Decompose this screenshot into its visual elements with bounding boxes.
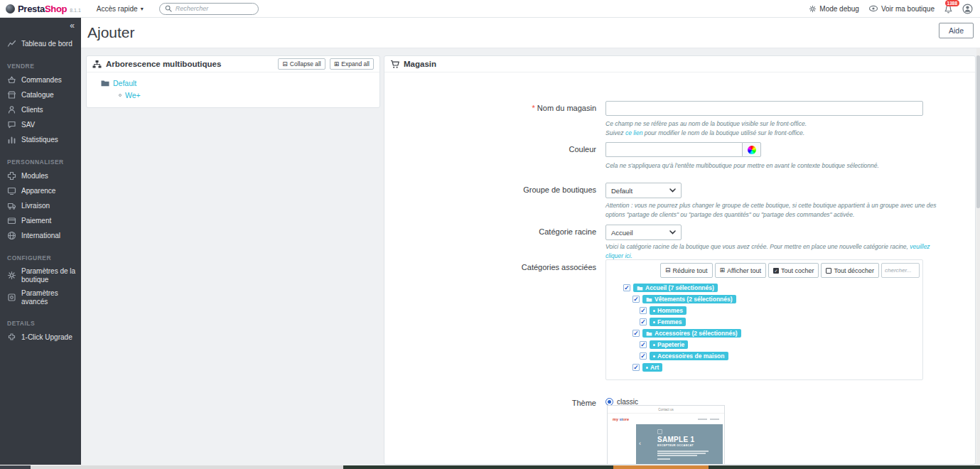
cart-icon <box>390 60 399 69</box>
categories-search-input[interactable] <box>881 263 920 278</box>
preview-hero-subtitle: EXCEPTEUR OCCAECAT <box>657 444 694 447</box>
bar-chart-icon <box>7 135 16 144</box>
shop-name-input[interactable] <box>605 101 923 116</box>
bullet-icon <box>653 344 655 346</box>
sidebar-item-parametres-boutique[interactable]: Paramètres de la boutique <box>0 264 81 286</box>
theme-label: Thème <box>384 399 596 407</box>
expand-all-button[interactable]: ⊞ Expand all <box>330 58 374 70</box>
prestashop-logo[interactable]: PrestaShop 8.1.1 <box>6 4 81 14</box>
preview-store-logo: my store <box>613 417 629 421</box>
shop-name-help: Ce champ ne se réfère pas au nom de la b… <box>605 119 932 138</box>
category-tree-item[interactable]: ✓ Hommes <box>640 306 922 315</box>
multistore-shop-link[interactable]: We+ <box>125 91 141 99</box>
collapse-all-button[interactable]: ⊟ Collapse all <box>278 58 325 70</box>
gear-icon <box>7 271 16 280</box>
preview-nav-links <box>698 419 719 420</box>
sidebar-item-sav[interactable]: SAV <box>0 117 81 132</box>
category-tree-item[interactable]: ✓ Femmes <box>640 318 922 326</box>
category-tree-item[interactable]: ✓ Art <box>632 363 922 372</box>
uncheck-all-button[interactable]: Tout décocher <box>821 263 879 278</box>
category-tree-item[interactable]: ✓ Papeterie <box>640 340 922 349</box>
checkbox-icon[interactable]: ✓ <box>632 330 640 337</box>
checkbox-icon[interactable]: ✓ <box>632 296 640 303</box>
profile-button[interactable] <box>962 4 973 14</box>
shop-group-label: Groupe de boutiques <box>384 185 596 194</box>
folder-icon <box>101 80 109 87</box>
checkbox-icon[interactable]: ✓ <box>640 352 647 360</box>
sidebar-section-personnaliser: PERSONNALISER <box>7 158 81 166</box>
bullet-icon <box>119 94 122 97</box>
unchecked-box-icon <box>826 268 831 274</box>
sidebar-item-modules[interactable]: Modules <box>0 168 81 183</box>
scrollbar-thumb[interactable] <box>976 55 980 208</box>
notifications-button[interactable]: 1388 <box>944 4 953 14</box>
sidebar-item-clients[interactable]: Clients <box>0 102 81 117</box>
search-input[interactable] <box>176 5 247 12</box>
dashboard-chart-icon <box>7 39 16 48</box>
sidebar-item-statistiques[interactable]: Statistiques <box>0 132 81 147</box>
shop-name-help-link[interactable]: ce lien <box>625 129 643 136</box>
background-window-edge <box>343 465 613 469</box>
credit-card-icon <box>7 216 16 225</box>
check-all-button[interactable]: ✓ Tout cocher <box>768 263 819 278</box>
chevron-down-icon <box>669 188 676 193</box>
quick-access-menu[interactable]: Accès rapide ▾ <box>97 5 144 13</box>
sidebar-item-label: Clients <box>21 106 43 114</box>
category-label: Papeterie <box>657 341 684 348</box>
sidebar-item-livraison[interactable]: Livraison <box>0 198 81 213</box>
category-tree-item[interactable]: ✓ Accessoires de maison <box>640 352 922 360</box>
sidebar: « Tableau de bord VENDRE Commandes Catal… <box>0 18 81 465</box>
required-asterisk: * <box>532 104 535 112</box>
sidebar-item-commandes[interactable]: Commandes <box>0 72 81 87</box>
sidebar-item-paiement[interactable]: Paiement <box>0 213 81 228</box>
collapse-square-icon: ⊟ <box>665 267 671 274</box>
category-label: Art <box>650 364 659 371</box>
preview-nav: my store <box>608 414 724 424</box>
bullet-icon <box>653 355 655 357</box>
show-all-button[interactable]: ⊞ Afficher tout <box>715 263 766 278</box>
background-window-edge <box>709 465 980 469</box>
show-all-label: Afficher tout <box>727 267 761 274</box>
store-icon <box>7 90 16 99</box>
sidebar-item-1-click-upgrade[interactable]: 1-Click Upgrade <box>0 330 81 345</box>
multistore-shop-row: We+ <box>119 91 379 99</box>
multistore-group-link[interactable]: Default <box>113 79 136 87</box>
category-tree-item[interactable]: ✓ Accueil (7 sélectionnés) <box>623 284 922 292</box>
global-search[interactable] <box>159 3 259 15</box>
checkbox-icon[interactable]: ✓ <box>623 284 630 291</box>
check-all-label: Tout cocher <box>781 267 814 274</box>
color-input[interactable] <box>605 142 742 157</box>
sidebar-collapse-button[interactable]: « <box>0 18 81 31</box>
checkbox-icon[interactable]: ✓ <box>640 307 647 314</box>
sidebar-item-apparence[interactable]: Apparence <box>0 183 81 198</box>
sidebar-item-international[interactable]: International <box>0 228 81 243</box>
shop-group-select[interactable]: Default <box>605 183 682 198</box>
category-tree-item[interactable]: ✓ Accessoires (2 sélectionnés) <box>632 329 922 338</box>
root-category-value: Accueil <box>611 229 633 237</box>
multistore-group-row: Default <box>101 79 379 87</box>
sidebar-item-label: Commandes <box>21 76 62 85</box>
reduce-all-button[interactable]: ⊟ Réduire tout <box>660 263 713 278</box>
checkbox-icon[interactable]: ✓ <box>640 318 647 325</box>
help-button[interactable]: Aide <box>939 23 974 38</box>
root-category-select[interactable]: Accueil <box>605 225 682 240</box>
checkbox-icon[interactable]: ✓ <box>640 341 647 348</box>
sidebar-item-tableau-de-bord[interactable]: Tableau de bord <box>0 36 81 51</box>
reduce-all-label: Réduire tout <box>672 267 707 274</box>
background-window-edge <box>0 465 31 469</box>
sidebar-item-label: Tableau de bord <box>21 40 72 48</box>
sidebar-item-parametres-avances[interactable]: Paramètres avancés <box>0 286 81 308</box>
checkbox-icon[interactable]: ✓ <box>632 364 640 371</box>
sidebar-item-label: Statistiques <box>21 136 58 144</box>
shop-name-label: *Nom du magasin <box>384 104 596 112</box>
multistore-tree-panel: Arborescence multiboutiques ⊟ Collapse a… <box>86 55 380 108</box>
sidebar-item-label: 1-Click Upgrade <box>21 333 72 342</box>
bullet-icon <box>653 310 655 312</box>
category-tree-item[interactable]: ✓ Vêtements (2 sélectionnés) <box>632 295 922 303</box>
view-shop-button[interactable]: Voir ma boutique <box>868 5 935 13</box>
color-picker-button[interactable] <box>742 142 761 157</box>
truck-icon <box>7 201 16 210</box>
sidebar-item-catalogue[interactable]: Catalogue <box>0 87 81 102</box>
view-shop-label: Voir ma boutique <box>881 5 935 13</box>
mode-debug-button[interactable]: Mode debug <box>809 5 859 13</box>
